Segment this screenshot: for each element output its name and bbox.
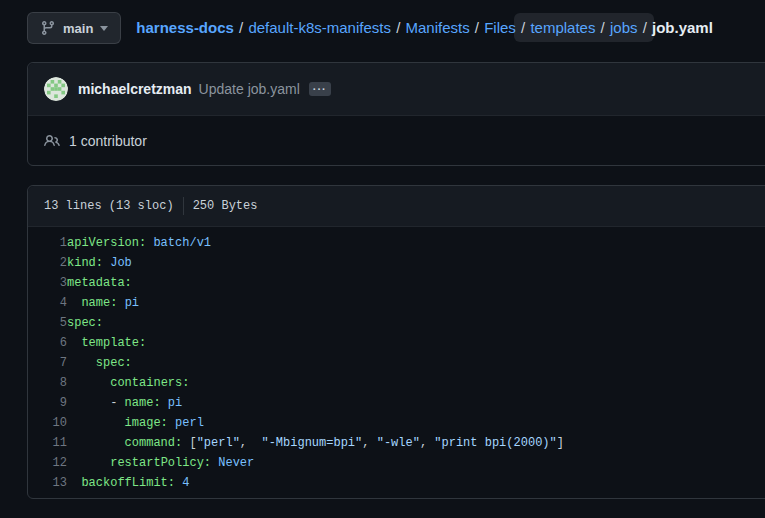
code-line: 10 image: perl [28, 413, 564, 433]
contributors-row: 1 contributor [28, 115, 765, 165]
breadcrumb-separator: / [596, 19, 609, 36]
breadcrumb-item-templates[interactable]: templates [530, 19, 595, 36]
code-line-content: containers: [67, 373, 564, 393]
identicon [44, 77, 68, 101]
file-info-divider [183, 197, 184, 215]
file-lines-info: 13 lines (13 sloc) [44, 199, 174, 213]
breadcrumb-item-jobs[interactable]: jobs [610, 19, 638, 36]
breadcrumb-item-job.yaml: job.yaml [652, 19, 713, 36]
file-size-info: 250 Bytes [193, 199, 258, 213]
contributors-label: 1 contributor [69, 133, 147, 149]
breadcrumb-highlight: / templates / jobs / [514, 13, 654, 42]
commit-box: michaelcretzman Update job.yaml ··· 1 co… [27, 62, 765, 166]
code-line: 1apiVersion: batch/v1 [28, 233, 564, 253]
branch-selector-button[interactable]: main [27, 12, 121, 44]
code-line-content: backoffLimit: 4 [67, 473, 564, 493]
code-line-content: spec: [67, 353, 564, 373]
code-line: 13 backoffLimit: 4 [28, 473, 564, 493]
line-number[interactable]: 10 [28, 413, 67, 433]
chevron-down-icon [100, 26, 108, 35]
code-line: 2kind: Job [28, 253, 564, 273]
code-line-content: apiVersion: batch/v1 [67, 233, 564, 253]
breadcrumb-separator: / [471, 19, 484, 36]
breadcrumb-separator: / [638, 19, 651, 36]
topbar: main harness-docs / default-k8s-manifest… [27, 12, 765, 44]
code-line: 12 restartPolicy: Never [28, 453, 564, 473]
git-branch-icon [40, 20, 56, 36]
commit-header: michaelcretzman Update job.yaml ··· [28, 63, 765, 115]
breadcrumb-item-default-k8s-manifests[interactable]: default-k8s-manifests [248, 19, 391, 36]
line-number[interactable]: 4 [28, 293, 67, 313]
code-line: 5spec: [28, 313, 564, 333]
code-line: 11 command: ["perl", "-Mbignum=bpi", "-w… [28, 433, 564, 453]
line-number[interactable]: 2 [28, 253, 67, 273]
code-line-content: name: pi [67, 293, 564, 313]
line-number[interactable]: 5 [28, 313, 67, 333]
code-line-content: metadata: [67, 273, 564, 293]
breadcrumb-separator: / [517, 19, 530, 36]
people-icon [44, 133, 60, 149]
line-number[interactable]: 9 [28, 393, 67, 413]
commit-author-link[interactable]: michaelcretzman [78, 81, 192, 97]
code-line-content: command: ["perl", "-Mbignum=bpi", "-wle"… [67, 433, 564, 453]
code-line-content: - name: pi [67, 393, 564, 413]
breadcrumb: harness-docs / default-k8s-manifests / M… [136, 12, 713, 44]
code-line: 4 name: pi [28, 293, 564, 313]
breadcrumb-separator: / [392, 19, 405, 36]
file-header: 13 lines (13 sloc) 250 Bytes [28, 186, 765, 227]
breadcrumb-item-Manifests[interactable]: Manifests [405, 19, 469, 36]
breadcrumb-item-harness-docs[interactable]: harness-docs [136, 19, 234, 36]
line-number[interactable]: 3 [28, 273, 67, 293]
code-line-content: template: [67, 333, 564, 353]
ellipsis-icon: ··· [313, 83, 327, 95]
code-line: 3metadata: [28, 273, 564, 293]
code-line-content: restartPolicy: Never [67, 453, 564, 473]
code-line-content: image: perl [67, 413, 564, 433]
line-number[interactable]: 13 [28, 473, 67, 493]
line-number[interactable]: 12 [28, 453, 67, 473]
line-number[interactable]: 7 [28, 353, 67, 373]
code-line: 7 spec: [28, 353, 564, 373]
breadcrumb-separator: / [235, 19, 248, 36]
code-line: 9 - name: pi [28, 393, 564, 413]
avatar[interactable] [44, 77, 68, 101]
line-number[interactable]: 11 [28, 433, 67, 453]
commit-message-link[interactable]: Update job.yaml [199, 81, 300, 97]
commit-expand-button[interactable]: ··· [309, 82, 331, 96]
branch-name-label: main [63, 21, 93, 36]
code-line: 8 containers: [28, 373, 564, 393]
file-box: 13 lines (13 sloc) 250 Bytes 1apiVersion… [27, 185, 765, 499]
breadcrumb-item-Files[interactable]: Files [484, 19, 516, 36]
line-number[interactable]: 8 [28, 373, 67, 393]
code-line-content: kind: Job [67, 253, 564, 273]
code-view: 1apiVersion: batch/v12kind: Job3metadata… [28, 233, 564, 493]
code-line: 6 template: [28, 333, 564, 353]
line-number[interactable]: 1 [28, 233, 67, 253]
line-number[interactable]: 6 [28, 333, 67, 353]
code-line-content: spec: [67, 313, 564, 333]
